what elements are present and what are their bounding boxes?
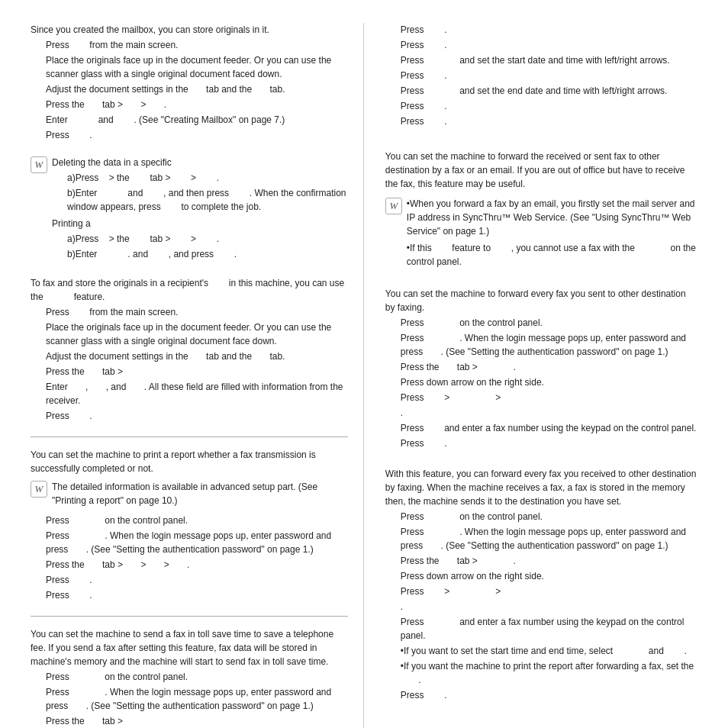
forward-sent-2: Press . When the login message pops up, … [401, 331, 697, 359]
forward-recv-5: Press > > [401, 585, 697, 598]
forward-recv-bullet2: •If you want the machine to print the re… [401, 659, 697, 687]
fax-store-line5: Enter , , and . All these field are fill… [46, 380, 348, 407]
forward-sent-6: . [401, 406, 697, 420]
mailbox-line5: Enter and . (See "Creating Mailbox" on p… [46, 113, 348, 127]
r-press-4: Press . [401, 69, 697, 82]
forward-intro: You can set the machine to forward the r… [385, 150, 697, 191]
section-toll-save: You can set the machine to send a fax in… [31, 627, 348, 728]
report-line3: Press the tab > > > . [46, 558, 348, 572]
forward-recv-3: Press the tab > . [401, 554, 697, 568]
section-right-press: Press . Press . Press and set the start … [385, 23, 697, 128]
right-column: Press . Press . Press and set the start … [364, 23, 697, 728]
print-b: b)Enter . and , and press . [67, 247, 348, 261]
toll-line3: Press the tab > [46, 714, 348, 728]
fax-store-line6: Press . [46, 409, 348, 423]
left-column: Since you created the mailbox, you can s… [31, 23, 364, 728]
forward-note-content: •When you forward a fax by an email, you… [407, 197, 697, 270]
section-print-report: You can set the machine to print a repor… [31, 448, 348, 602]
report-line5: Press . [46, 588, 348, 602]
fax-store-intro: To fax and store the originals in a reci… [31, 276, 348, 304]
divider-1 [31, 436, 348, 437]
print-a: a)Press > the tab > > . [67, 232, 348, 246]
mailbox-intro: Since you created the mailbox, you can s… [31, 23, 348, 37]
divider-2 [31, 616, 348, 617]
r-press-5: Press and set the end date and time with… [401, 84, 697, 98]
forward-sent-3: Press the tab > . [401, 360, 697, 374]
section-forward-sent: You can set the machine to forward every… [385, 287, 697, 450]
report-line1: Press on the control panel. [46, 514, 348, 527]
report-line4: Press . [46, 573, 348, 587]
report-note-content: The detailed information is available in… [52, 480, 348, 509]
r-press-7: Press . [401, 114, 697, 128]
mailbox-line3: Adjust the document settings in the tab … [46, 82, 348, 96]
delete-note-content: Deleting the data in a specific a)Press … [52, 156, 348, 263]
print-header: Printing a [52, 217, 348, 230]
forward-sent-intro: You can set the machine to forward every… [385, 287, 697, 314]
delete-note-box: W Deleting the data in a specific a)Pres… [31, 156, 348, 263]
forward-sent-1: Press on the control panel. [401, 316, 697, 330]
forward-recv-6: . [401, 600, 697, 614]
section-forward-fax: You can set the machine to forward the r… [385, 150, 697, 270]
forward-recv-7: Press and enter a fax number using the k… [401, 615, 697, 643]
page-container: Since you created the mailbox, you can s… [0, 0, 728, 728]
fax-store-line3: Adjust the document settings in the tab … [46, 350, 348, 363]
forward-recv-4: Press down arrow on the right side. [401, 569, 697, 583]
delete-b: b)Enter and , and then press . When the … [67, 186, 348, 214]
section-fax-store: To fax and store the originals in a reci… [31, 276, 348, 423]
report-note-text: The detailed information is available in… [52, 480, 348, 507]
forward-sent-8: Press . [401, 436, 697, 450]
report-line2: Press . When the login message pops up, … [46, 529, 348, 556]
forward-note-icon: W [385, 198, 402, 214]
forward-recv-intro: With this feature, you can forward every… [385, 467, 697, 508]
mailbox-line4: Press the tab > > . [46, 98, 348, 111]
mailbox-line6: Press . [46, 128, 348, 142]
r-press-3: Press and set the start date and time wi… [401, 53, 697, 67]
r-press-1: Press . [401, 23, 697, 37]
forward-recv-1: Press on the control panel. [401, 510, 697, 523]
forward-sent-4: Press down arrow on the right side. [401, 375, 697, 389]
fax-store-line2: Place the originals face up in the docum… [46, 321, 348, 348]
two-col-layout: Since you created the mailbox, you can s… [31, 23, 697, 728]
forward-recv-8: Press . [401, 688, 697, 702]
forward-note-box: W •When you forward a fax by an email, y… [385, 197, 697, 270]
delete-a: a)Press > the tab > > . [67, 171, 348, 185]
mailbox-line2: Place the originals face up in the docum… [46, 53, 348, 81]
delete-header: Deleting the data in a specific [52, 156, 348, 169]
forward-recv-2: Press . When the login message pops up, … [401, 525, 697, 552]
r-press-6: Press . [401, 99, 697, 113]
mailbox-line1: Press from the main screen. [46, 38, 348, 52]
report-note-box: W The detailed information is available … [31, 480, 348, 509]
note-icon: W [31, 156, 47, 173]
forward-recv-bullet1: •If you want to set the start time and e… [401, 644, 697, 658]
report-note-icon: W [31, 481, 47, 498]
r-press-2: Press . [401, 38, 697, 52]
section-delete-print: W Deleting the data in a specific a)Pres… [31, 156, 348, 263]
forward-note-2: •If this feature to , you cannot use a f… [407, 241, 697, 269]
report-intro: You can set the machine to print a repor… [31, 448, 348, 475]
section-forward-received: With this feature, you can forward every… [385, 467, 697, 702]
toll-intro: You can set the machine to send a fax in… [31, 627, 348, 668]
forward-sent-7: Press and enter a fax number using the k… [401, 421, 697, 435]
fax-store-line1: Press from the main screen. [46, 305, 348, 319]
forward-sent-5: Press > > [401, 391, 697, 404]
forward-note-1: •When you forward a fax by an email, you… [407, 197, 697, 238]
toll-line1: Press on the control panel. [46, 670, 348, 684]
fax-store-line4: Press the tab > [46, 365, 348, 378]
toll-line2: Press . When the login message pops up, … [46, 685, 348, 713]
section-mailbox: Since you created the mailbox, you can s… [31, 23, 348, 142]
